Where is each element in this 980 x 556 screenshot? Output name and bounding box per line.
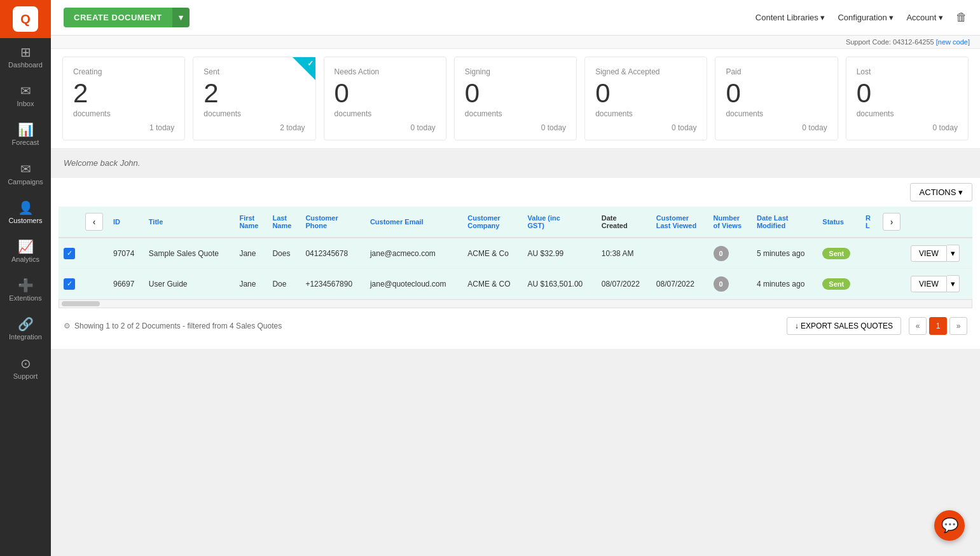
- th-first-name[interactable]: FirstName: [234, 207, 267, 238]
- new-code-link[interactable]: [new code]: [936, 38, 970, 46]
- account-nav[interactable]: Account ▾: [906, 13, 943, 22]
- page-current-btn[interactable]: 1: [929, 317, 947, 335]
- th-nav-next: ›: [878, 207, 906, 238]
- table-next-arrow[interactable]: ›: [883, 213, 901, 231]
- stat-docs-needs-action: documents: [335, 109, 436, 118]
- row-phone-1: +1234567890: [300, 269, 365, 299]
- stat-number-paid: 0: [726, 80, 827, 107]
- th-rl[interactable]: RL: [860, 207, 878, 238]
- stat-card-paid[interactable]: Paid 0 documents 0 today: [715, 57, 838, 140]
- sidebar-item-integration[interactable]: 🔗 Integration: [0, 310, 51, 349]
- row-rl-1: [860, 269, 878, 299]
- stat-today-signed-accepted: 0 today: [595, 123, 696, 132]
- stat-docs-paid: documents: [726, 109, 827, 118]
- th-number-of-views[interactable]: Numberof Views: [708, 207, 752, 238]
- stat-card-creating[interactable]: Creating 2 documents 1 today: [62, 57, 185, 140]
- stat-today-needs-action: 0 today: [335, 123, 436, 132]
- page-first-btn[interactable]: «: [909, 317, 927, 335]
- th-id[interactable]: ID: [108, 207, 144, 238]
- sidebar-item-forecast[interactable]: 📊 Forecast: [0, 116, 51, 154]
- view-button-0[interactable]: VIEW: [911, 245, 947, 262]
- stat-card-lost[interactable]: Lost 0 documents 0 today: [846, 57, 969, 140]
- extensions-icon: ➕: [18, 279, 34, 292]
- dashboard-icon: ⊞: [20, 46, 31, 58]
- sidebar-item-analytics[interactable]: 📈 Analytics: [0, 233, 51, 271]
- row-company-0: ACME & Co: [462, 238, 522, 269]
- stat-card-needs-action[interactable]: Needs Action 0 documents 0 today: [324, 57, 446, 140]
- footer-bar: ⚙ Showing 1 to 2 of 2 Documents - filter…: [59, 311, 972, 341]
- create-document-button[interactable]: CREATE DOCUMENT ▾: [64, 8, 190, 27]
- row-status-0: Sent: [817, 238, 860, 269]
- content-libraries-nav[interactable]: Content Libraries ▾: [756, 13, 825, 22]
- stats-row: Creating 2 documents 1 today Sent 2 docu…: [51, 49, 980, 148]
- stat-label-signed-accepted: Signed & Accepted: [595, 67, 696, 76]
- th-checkbox: [59, 207, 80, 238]
- stat-card-sent[interactable]: Sent 2 documents 2 today: [193, 57, 315, 140]
- welcome-text: Welcome back John.: [64, 158, 140, 168]
- row-last-name-0: Does: [267, 238, 300, 269]
- table-prev-arrow[interactable]: ‹: [85, 213, 103, 231]
- sidebar-label-dashboard: Dashboard: [8, 61, 43, 69]
- sidebar-item-customers[interactable]: 👤 Customers: [0, 194, 51, 233]
- checkbox-checked-0: ✓: [64, 248, 75, 259]
- checkbox-checked-1: ✓: [64, 278, 75, 290]
- th-title[interactable]: Title: [144, 207, 235, 238]
- sidebar-item-dashboard[interactable]: ⊞ Dashboard: [0, 38, 51, 77]
- chat-fab-button[interactable]: 💬: [934, 510, 965, 541]
- view-dropdown-1[interactable]: ▾: [947, 275, 960, 292]
- row-checkbox-0[interactable]: ✓: [59, 238, 80, 269]
- configuration-nav[interactable]: Configuration ▾: [838, 13, 894, 22]
- row-company-1: ACME & CO: [462, 269, 522, 299]
- row-status-1: Sent: [817, 269, 860, 299]
- th-actions: [906, 207, 972, 238]
- th-date-created[interactable]: DateCreated: [597, 207, 651, 238]
- th-nav-prev: ‹: [80, 207, 108, 238]
- th-customer-email[interactable]: Customer Email: [365, 207, 462, 238]
- stat-docs-sent: documents: [204, 109, 305, 118]
- stat-card-signed-accepted[interactable]: Signed & Accepted 0 documents 0 today: [584, 57, 707, 140]
- main-area: CREATE DOCUMENT ▾ Content Libraries ▾ Co…: [51, 0, 980, 556]
- view-button-1[interactable]: VIEW: [911, 276, 947, 292]
- row-title-0: Sample Sales Quote: [144, 238, 235, 269]
- row-first-name-1: Jane: [234, 269, 267, 299]
- stat-card-signing[interactable]: Signing 0 documents 0 today: [454, 57, 577, 140]
- customers-icon: 👤: [18, 201, 34, 214]
- status-badge-0: Sent: [822, 248, 850, 259]
- create-document-dropdown-arrow[interactable]: ▾: [172, 8, 190, 27]
- sidebar-item-inbox[interactable]: ✉ Inbox: [0, 77, 51, 116]
- row-views-0: 0: [708, 238, 752, 269]
- actions-button[interactable]: ACTIONS ▾: [910, 183, 972, 201]
- actions-bar: ACTIONS ▾: [59, 178, 972, 207]
- showing-text: Showing 1 to 2 of 2 Documents - filtered…: [74, 322, 282, 330]
- table-wrapper: ‹ ID Title FirstName LastName CustomerPh…: [59, 207, 972, 299]
- row-date-created-1: 08/07/2022: [597, 269, 651, 299]
- sidebar-logo: Q: [0, 0, 51, 38]
- th-customer-phone[interactable]: CustomerPhone: [300, 207, 365, 238]
- sidebar-label-customers: Customers: [8, 217, 42, 225]
- row-checkbox-1[interactable]: ✓: [59, 269, 80, 299]
- th-customer-company[interactable]: CustomerCompany: [462, 207, 522, 238]
- stat-docs-signing: documents: [465, 109, 566, 118]
- pagination: « 1 »: [909, 317, 967, 335]
- th-date-last-modified[interactable]: Date LastModified: [752, 207, 817, 238]
- row-action-0: VIEW ▾: [906, 238, 972, 269]
- th-last-name[interactable]: LastName: [267, 207, 300, 238]
- export-button[interactable]: ↓ EXPORT SALES QUOTES: [787, 317, 901, 335]
- th-status[interactable]: Status: [817, 207, 860, 238]
- support-icon: ⊙: [20, 357, 31, 370]
- sidebar-item-campaigns[interactable]: ✉ Campaigns: [0, 155, 51, 194]
- horizontal-scrollbar[interactable]: [59, 299, 972, 308]
- sidebar-label-extensions: Extentions: [9, 294, 41, 302]
- view-dropdown-0[interactable]: ▾: [947, 245, 960, 262]
- page-last-btn[interactable]: »: [949, 317, 967, 335]
- table-header-row: ‹ ID Title FirstName LastName CustomerPh…: [59, 207, 972, 238]
- th-customer-last-viewed[interactable]: CustomerLast Viewed: [651, 207, 708, 238]
- trash-icon[interactable]: 🗑: [956, 11, 967, 24]
- integration-icon: 🔗: [18, 318, 34, 330]
- stat-label-lost: Lost: [857, 67, 958, 76]
- th-value[interactable]: Value (incGST): [523, 207, 597, 238]
- sidebar-label-inbox: Inbox: [17, 100, 34, 108]
- sidebar-item-extensions[interactable]: ➕ Extentions: [0, 271, 51, 310]
- sidebar-item-support[interactable]: ⊙ Support: [0, 349, 51, 388]
- sidebar-label-integration: Integration: [9, 333, 42, 341]
